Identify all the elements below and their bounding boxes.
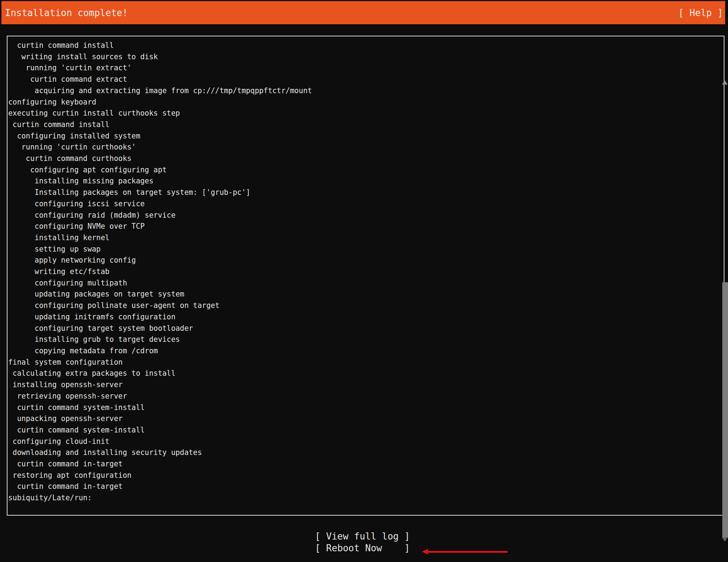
reboot-now-button[interactable]: [ Reboot Now ] [315, 542, 410, 554]
arrow-head [422, 549, 428, 555]
scroll-down-icon[interactable] [722, 537, 728, 542]
annotation-arrow-icon [422, 549, 508, 555]
arrow-line [427, 551, 508, 553]
install-log[interactable]: curtin command install writing install s… [8, 40, 312, 504]
scrollbar-thumb[interactable] [722, 282, 728, 537]
view-full-log-button[interactable]: [ View full log ] [315, 531, 410, 542]
scroll-up-icon[interactable] [722, 80, 728, 85]
help-button[interactable]: [ Help ] [678, 7, 723, 18]
action-buttons: [ View full log ] [ Reboot Now ] [315, 531, 410, 554]
title-bar: Installation complete! [ Help ] [1, 1, 725, 24]
page-title: Installation complete! [5, 7, 128, 18]
